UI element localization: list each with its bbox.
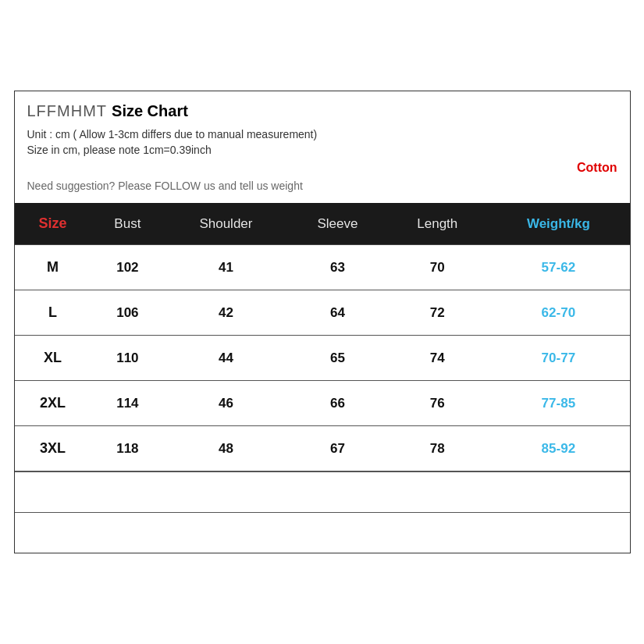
cell-size: L bbox=[15, 290, 91, 336]
cell-shoulder: 41 bbox=[164, 245, 287, 290]
cell-length: 74 bbox=[387, 336, 487, 381]
unit-note: Unit : cm ( Allow 1-3cm differs due to m… bbox=[27, 128, 617, 141]
table-row: M10241637057-62 bbox=[15, 245, 630, 290]
col-header-sleeve: Sleeve bbox=[288, 203, 388, 245]
table-row: XL11044657470-77 bbox=[15, 336, 630, 381]
title-row: LFFMHMT Size Chart bbox=[27, 102, 617, 120]
col-header-bust: Bust bbox=[91, 203, 164, 245]
size-note: Size in cm, please note 1cm=0.39inch bbox=[27, 144, 617, 156]
cell-weight: 62-70 bbox=[487, 290, 629, 336]
cell-bust: 110 bbox=[91, 336, 164, 381]
empty-row-2 bbox=[15, 512, 630, 553]
cell-shoulder: 46 bbox=[164, 381, 287, 426]
cell-size: 2XL bbox=[15, 381, 91, 426]
table-row: L10642647262-70 bbox=[15, 290, 630, 336]
size-table: Size Bust Shoulder Sleeve Length Weight/… bbox=[15, 203, 630, 471]
cell-length: 72 bbox=[387, 290, 487, 336]
cell-size: XL bbox=[15, 336, 91, 381]
size-chart: LFFMHMT Size Chart Unit : cm ( Allow 1-3… bbox=[14, 91, 631, 553]
cell-sleeve: 67 bbox=[288, 426, 388, 471]
table-row: 3XL11848677885-92 bbox=[15, 426, 630, 471]
suggestion-text: Need suggestion? Please FOLLOW us and te… bbox=[27, 180, 617, 192]
cell-bust: 114 bbox=[91, 381, 164, 426]
cell-sleeve: 65 bbox=[288, 336, 388, 381]
col-header-size: Size bbox=[15, 203, 91, 245]
cell-bust: 102 bbox=[91, 245, 164, 290]
cell-weight: 70-77 bbox=[487, 336, 629, 381]
cell-sleeve: 64 bbox=[288, 290, 388, 336]
cell-length: 70 bbox=[387, 245, 487, 290]
cell-weight: 77-85 bbox=[487, 381, 629, 426]
cell-shoulder: 44 bbox=[164, 336, 287, 381]
table-header: Size Bust Shoulder Sleeve Length Weight/… bbox=[15, 203, 630, 245]
brand-name: LFFMHMT bbox=[27, 102, 108, 120]
cell-bust: 118 bbox=[91, 426, 164, 471]
table-row: 2XL11446667677-85 bbox=[15, 381, 630, 426]
cotton-label: Cotton bbox=[577, 161, 617, 175]
cell-size: 3XL bbox=[15, 426, 91, 471]
chart-title: Size Chart bbox=[112, 102, 188, 120]
empty-row-1 bbox=[15, 471, 630, 512]
cell-size: M bbox=[15, 245, 91, 290]
cell-sleeve: 66 bbox=[288, 381, 388, 426]
cell-weight: 57-62 bbox=[487, 245, 629, 290]
col-header-shoulder: Shoulder bbox=[164, 203, 287, 245]
table-section: Size Bust Shoulder Sleeve Length Weight/… bbox=[15, 203, 630, 471]
cell-shoulder: 42 bbox=[164, 290, 287, 336]
col-header-weight: Weight/kg bbox=[487, 203, 629, 245]
cell-sleeve: 63 bbox=[288, 245, 388, 290]
cell-shoulder: 48 bbox=[164, 426, 287, 471]
cell-weight: 85-92 bbox=[487, 426, 629, 471]
cell-length: 76 bbox=[387, 381, 487, 426]
cell-length: 78 bbox=[387, 426, 487, 471]
table-body: M10241637057-62L10642647262-70XL11044657… bbox=[15, 245, 630, 471]
cell-bust: 106 bbox=[91, 290, 164, 336]
header-section: LFFMHMT Size Chart Unit : cm ( Allow 1-3… bbox=[15, 91, 630, 203]
col-header-length: Length bbox=[387, 203, 487, 245]
